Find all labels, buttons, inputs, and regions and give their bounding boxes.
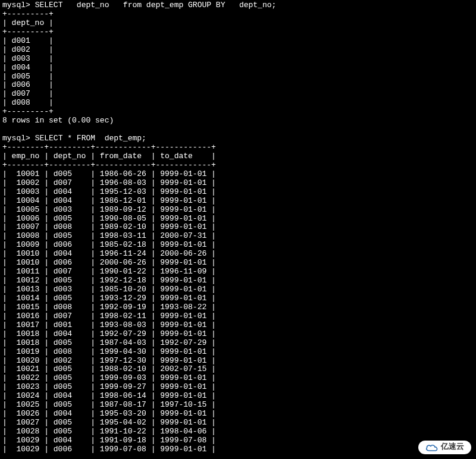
table-row: | 10018 | d004 | 1992-07-29 | 9999-01-01…: [2, 330, 474, 339]
prompt: mysql>: [2, 134, 30, 143]
table-row: | 10013 | d003 | 1985-10-20 | 9999-01-01…: [2, 285, 474, 294]
prompt-line: mysql> SELECT dept_no from dept_emp GROU…: [2, 1, 474, 10]
table-row: | d006 |: [2, 81, 474, 90]
cloud-icon: [425, 444, 439, 452]
table-row: | 10007 | d008 | 1989-02-10 | 9999-01-01…: [2, 223, 474, 232]
table-row: | 10003 | d004 | 1995-12-03 | 9999-01-01…: [2, 188, 474, 197]
table-row: | 10029 | d004 | 1991-09-18 | 1999-07-08…: [2, 436, 474, 445]
sql-query-1: SELECT dept_no from dept_emp GROUP BY de…: [35, 1, 277, 10]
table-row: | 10006 | d005 | 1990-08-05 | 9999-01-01…: [2, 215, 474, 224]
sql-query-2: SELECT * FROM dept_emp;: [35, 134, 146, 143]
table-row: | d007 |: [2, 90, 474, 99]
table-row: | 10024 | d004 | 1998-06-14 | 9999-01-01…: [2, 392, 474, 401]
table-row: | d008 |: [2, 99, 474, 108]
table-row: | 10020 | d002 | 1997-12-30 | 9999-01-01…: [2, 357, 474, 366]
table-row: | 10019 | d008 | 1999-04-30 | 9999-01-01…: [2, 348, 474, 357]
table-row: | 10015 | d008 | 1992-09-19 | 1993-08-22…: [2, 303, 474, 312]
result-status: 8 rows in set (0.00 sec): [2, 117, 474, 125]
table-row: | 10023 | d005 | 1999-09-27 | 9999-01-01…: [2, 383, 474, 392]
table-row: | 10022 | d005 | 1999-09-03 | 9999-01-01…: [2, 374, 474, 383]
table-header: | dept_no |: [2, 19, 474, 28]
table-row: | d001 |: [2, 37, 474, 46]
watermark-label: 亿速云: [441, 443, 464, 452]
table-row: | 10008 | d005 | 1998-03-11 | 2000-07-31…: [2, 232, 474, 241]
watermark-badge: 亿速云: [418, 441, 471, 454]
table-row: | 10026 | d004 | 1995-03-20 | 9999-01-01…: [2, 410, 474, 419]
table-row: | 10005 | d003 | 1989-09-12 | 9999-01-01…: [2, 206, 474, 215]
table-row: | 10012 | d005 | 1992-12-18 | 9999-01-01…: [2, 276, 474, 285]
table-row: | d004 |: [2, 64, 474, 73]
table-row: | d003 |: [2, 55, 474, 64]
table-row: | 10009 | d006 | 1985-02-18 | 9999-01-01…: [2, 241, 474, 250]
table-row: | 10014 | d005 | 1993-12-29 | 9999-01-01…: [2, 294, 474, 303]
table-row: | 10025 | d005 | 1987-08-17 | 1997-10-15…: [2, 401, 474, 410]
blank-line: [2, 125, 474, 134]
table-row: | 10027 | d005 | 1995-04-02 | 9999-01-01…: [2, 419, 474, 427]
table-row: | d005 |: [2, 73, 474, 81]
table-row: | 10004 | d004 | 1986-12-01 | 9999-01-01…: [2, 197, 474, 206]
table-row: | 10002 | d007 | 1996-08-03 | 9999-01-01…: [2, 179, 474, 188]
table-row: | 10010 | d006 | 2000-06-26 | 9999-01-01…: [2, 259, 474, 268]
mysql-terminal[interactable]: mysql> SELECT dept_no from dept_emp GROU…: [2, 1, 474, 454]
separator: +--------+---------+------------+-------…: [2, 161, 474, 170]
separator: +--------+---------+------------+-------…: [2, 143, 474, 152]
separator: +---------+: [2, 108, 474, 117]
table-row: | 10028 | d005 | 1991-10-22 | 1998-04-06…: [2, 427, 474, 436]
prompt-line: mysql> SELECT * FROM dept_emp;: [2, 134, 474, 143]
table-row: | 10029 | d006 | 1999-07-08 | 9999-01-01…: [2, 445, 474, 454]
table-row: | d002 |: [2, 46, 474, 55]
table-row: | 10017 | d001 | 1993-08-03 | 9999-01-01…: [2, 321, 474, 330]
table-row: | 10021 | d005 | 1988-02-10 | 2002-07-15…: [2, 365, 474, 374]
separator: +---------+: [2, 10, 474, 19]
table-row: | 10011 | d007 | 1990-01-22 | 1996-11-09…: [2, 268, 474, 276]
table-row: | 10018 | d005 | 1987-04-03 | 1992-07-29…: [2, 339, 474, 348]
table-header: | emp_no | dept_no | from_date | to_date…: [2, 152, 474, 161]
table-row: | 10016 | d007 | 1998-02-11 | 9999-01-01…: [2, 312, 474, 321]
table-row: | 10001 | d005 | 1986-06-26 | 9999-01-01…: [2, 170, 474, 179]
table-row: | 10010 | d004 | 1996-11-24 | 2000-06-26…: [2, 250, 474, 259]
prompt: mysql>: [2, 1, 30, 10]
separator: +---------+: [2, 28, 474, 37]
emp-rows-container: | 10001 | d005 | 1986-06-26 | 9999-01-01…: [2, 170, 474, 454]
dept-rows-container: | d001 || d002 || d003 || d004 || d005 |…: [2, 37, 474, 108]
